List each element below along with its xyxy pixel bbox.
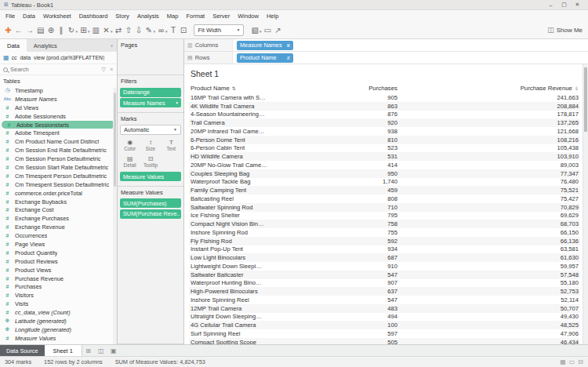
table-row[interactable]: 4K Wildlife Trail Camera863208,884 xyxy=(189,102,580,111)
table-row[interactable]: Ultralight Down Sleeping…49449,430 xyxy=(189,313,580,322)
sheet-title[interactable]: Sheet 1 xyxy=(189,64,588,82)
table-row[interactable]: Instant Pop-Up Tent93463,581 xyxy=(189,245,580,254)
menu-help[interactable]: Help xyxy=(263,13,282,20)
menu-worksheet[interactable]: Worksheet xyxy=(39,13,75,20)
table-row[interactable]: Waterproof Hunting Bino…90755,180 xyxy=(189,279,580,288)
table-row[interactable]: HD Wildlife Camera531103,910 xyxy=(189,152,580,161)
sort-desc-icon[interactable]: ⇩ xyxy=(575,85,579,91)
field-cc-data-view-count[interactable]: #cc_data_view (Count) xyxy=(0,308,117,317)
fit-selector[interactable]: Fit Width ▼ xyxy=(194,24,244,36)
table-row[interactable]: 4G Cellular Trail Camera10048,525 xyxy=(189,321,580,329)
table-row[interactable]: Waterproof Tackle Bag1,74076,480 xyxy=(189,178,580,187)
field-page-views[interactable]: #Page Views xyxy=(0,240,117,249)
add-data-icon[interactable]: ⊕ xyxy=(45,24,56,36)
field-product-quantity[interactable]: #Product Quantity xyxy=(0,249,117,257)
text-button[interactable]: TText xyxy=(162,137,181,153)
table-row[interactable]: Fly Fishing Rod59266,136 xyxy=(189,237,580,245)
column-header-purchases[interactable]: Purchases xyxy=(313,85,399,92)
pause-updates-icon[interactable]: ∥ xyxy=(56,24,66,36)
search-filter-icon[interactable]: ▽ xyxy=(101,67,107,73)
tooltip-button[interactable]: ⊡Tooltip xyxy=(140,154,160,169)
show-hide-cards-icon[interactable]: ▧ xyxy=(249,24,260,36)
table-row[interactable]: 6-Person Cabin Tent523105,438 xyxy=(189,144,580,153)
group-members-icon-caret[interactable]: ▾ xyxy=(165,29,168,34)
table-row[interactable]: 20MP Infrared Trail Came…938121,668 xyxy=(189,127,580,136)
datasource-row[interactable]: ▦ cc_data_view (prod.cja%3FFLATTEN) xyxy=(0,52,117,64)
filter-pill-measure-names[interactable]: Measure Names▾ xyxy=(120,98,181,107)
run-update-icon-caret[interactable]: ▾ xyxy=(75,29,78,34)
menu-dashboard[interactable]: Dashboard xyxy=(75,13,112,20)
field-cm-timespent-session-defaultmetric[interactable]: #Cm Timespent Session Defaultmetric xyxy=(0,180,117,189)
menu-analysis[interactable]: Analysis xyxy=(133,13,163,20)
field-product-reviews[interactable]: #Product Reviews xyxy=(0,257,117,266)
table-row[interactable]: Ice Fishing Shelter79569,629 xyxy=(189,212,580,220)
rows-shelf[interactable]: ▤ Rows Product Name ⇵ xyxy=(184,52,588,64)
table-row[interactable]: Saltwater Baitcaster54757,548 xyxy=(189,271,580,279)
menu-window[interactable]: Window xyxy=(234,13,263,20)
pill-measure-names[interactable]: Measure Names ≣ xyxy=(237,41,293,50)
new-worksheet-tab-icon[interactable]: ⊞ xyxy=(82,345,95,356)
sort-descending-icon[interactable]: ⇩ xyxy=(133,24,143,36)
field-cm-session-end-rate-defaultmetric[interactable]: #Cm Session End Rate Defaultmetric xyxy=(0,146,117,154)
menu-map[interactable]: Map xyxy=(163,13,183,20)
table-row[interactable]: Couples Sleeping Bag95077,347 xyxy=(189,169,580,178)
measure-pill-sum-purchases[interactable]: SUM(Purchases) xyxy=(120,198,181,208)
field-cm-product-name-count-distinct[interactable]: #Cm Product Name Count Distinct xyxy=(0,137,117,146)
sheet-sorter-view-icon[interactable]: ⊟ xyxy=(578,358,583,365)
menu-server[interactable]: Server xyxy=(209,13,234,20)
field-exchange-purchases[interactable]: #Exchange Purchases xyxy=(0,214,117,223)
table-row[interactable]: 12MP Trail Camera48350,707 xyxy=(189,304,580,313)
maximize-button[interactable]: ▢ xyxy=(557,0,571,9)
table-row[interactable]: 6-Person Dome Tent810108,216 xyxy=(189,136,580,144)
show-me-button[interactable]: ◫ Show Me xyxy=(547,26,585,34)
mark-type-dropdown[interactable]: Automatic ▼ xyxy=(120,125,181,135)
field-occurrences[interactable]: #Occurrences xyxy=(0,231,117,240)
field-measure-names[interactable]: AbcMeasure Names xyxy=(0,95,117,104)
undo-icon[interactable]: ← xyxy=(13,24,24,36)
filter-pill-daterange[interactable]: Daterange xyxy=(120,88,181,97)
new-worksheet-icon-caret[interactable]: ▾ xyxy=(88,29,90,34)
field-ad-views[interactable]: #Ad Views xyxy=(0,104,117,112)
table-row[interactable]: Compact Spotting Scope50546,434 xyxy=(189,338,580,344)
new-story-tab-icon[interactable]: ▣ xyxy=(107,345,120,356)
field-exchange-cost[interactable]: #Exchange Cost xyxy=(0,205,117,214)
menu-story[interactable]: Story xyxy=(111,13,133,20)
field-exchange-revenue[interactable]: #Exchange Revenue xyxy=(0,223,117,231)
tab-analytics[interactable]: Analytics xyxy=(27,39,64,52)
color-button[interactable]: ◉Color xyxy=(120,137,140,153)
field-commerce-order-pricetotal[interactable]: #commerce.order.priceTotal xyxy=(0,189,117,198)
sort-icon[interactable]: ⇅ xyxy=(232,85,236,91)
field-adobe-sessionends[interactable]: #Adobe Sessionends xyxy=(0,112,117,121)
field-cm-session-person-defaultmetric[interactable]: #Cm Session Person Defaultmetric xyxy=(0,154,117,163)
table-row[interactable]: High-Powered Binoculars63752,753 xyxy=(189,287,580,296)
marks-pill-measure-values[interactable]: Measure Values xyxy=(120,172,181,181)
table-row[interactable]: 16MP Trail Camera with S…905241,663 xyxy=(189,93,580,102)
view-options-icon[interactable]: ≡ xyxy=(109,67,114,72)
close-button[interactable]: ✕ xyxy=(571,0,584,9)
show-hide-cards-icon-caret[interactable]: ▾ xyxy=(260,29,262,34)
field-adobe-timespent[interactable]: #Adobe Timespent xyxy=(0,129,117,137)
menu-file[interactable]: File xyxy=(2,13,19,20)
field-product-views[interactable]: #Product Views xyxy=(0,266,117,274)
share-icon[interactable]: ↗ xyxy=(273,24,283,36)
table-row[interactable]: Baitcasting Reel80875,427 xyxy=(189,194,580,203)
field-adobe-sessionstarts[interactable]: #Adobe Sessionstarts xyxy=(2,121,115,129)
sheet-tabs-view-icon[interactable]: ▦ xyxy=(560,358,566,365)
table-row[interactable]: Family Camping Tent45975,521 xyxy=(189,186,580,194)
duplicate-sheet-icon[interactable]: ▥ xyxy=(90,24,100,36)
collapse-pane-icon[interactable]: ‹ xyxy=(107,39,117,52)
table-row[interactable]: 20MP No-Glow Trail Came…41489,003 xyxy=(189,161,580,169)
fix-axes-icon[interactable]: ⊡ xyxy=(178,24,188,36)
menu-format[interactable]: Format xyxy=(182,13,209,20)
table-row[interactable]: Saltwater Spinning Rod71070,829 xyxy=(189,203,580,212)
detail-button[interactable]: ▤Detail xyxy=(120,154,140,169)
minimize-button[interactable]: – xyxy=(544,0,557,9)
field-longitude-generated[interactable]: ⊕Longitude (generated) xyxy=(0,325,117,334)
table-scrollbar[interactable] xyxy=(583,64,588,344)
table-row[interactable]: Compact Night Vision Bin…75868,703 xyxy=(189,220,580,228)
new-dashboard-tab-icon[interactable]: ◫ xyxy=(95,345,107,356)
tab-data[interactable]: Data xyxy=(0,39,27,52)
tableau-logo-icon[interactable]: ✚ xyxy=(3,24,13,36)
table-row[interactable]: Low Light Binoculars68761,630 xyxy=(189,253,580,262)
search-input[interactable] xyxy=(10,66,99,73)
